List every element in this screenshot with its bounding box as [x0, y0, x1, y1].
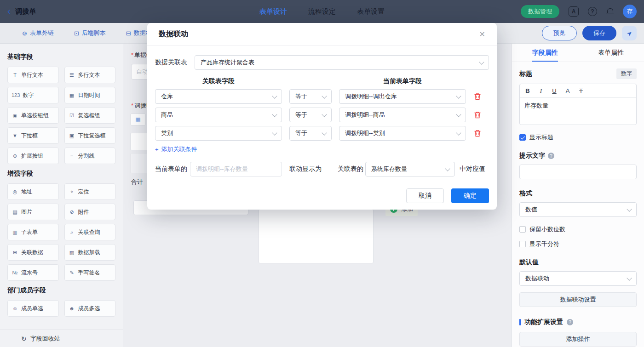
help-icon[interactable]: ?	[588, 7, 597, 16]
thousand-sep-label: 显示千分符	[529, 240, 559, 248]
delete-condition-icon[interactable]	[473, 111, 482, 119]
close-icon[interactable]: ✕	[479, 30, 485, 39]
page-title: 调拨单	[15, 7, 36, 16]
language-icon[interactable]: A	[569, 6, 579, 17]
format-label: 格式	[519, 189, 637, 198]
hint-help-icon[interactable]: ?	[548, 153, 554, 159]
field-chip-location[interactable]: ⌖定位	[64, 183, 116, 200]
current-form-field-input[interactable]: 调拨明细--库存数量	[190, 162, 282, 176]
number-icon: 123	[12, 92, 20, 98]
field-chip-member-multi[interactable]: ☻成员多选	[64, 300, 116, 317]
italic-icon[interactable]: I	[538, 87, 544, 95]
extension-help-icon[interactable]: ?	[567, 319, 573, 325]
divider-icon: ≡	[69, 153, 75, 159]
operator-select[interactable]: 等于	[289, 89, 332, 104]
strikethrough-icon[interactable]: T	[578, 87, 584, 94]
font-color-icon[interactable]: A	[564, 87, 571, 94]
tab-form-design[interactable]: 表单设计	[259, 7, 287, 16]
field-chip-signature[interactable]: ✎手写签名	[64, 264, 116, 281]
field-chip-dropdown[interactable]: ▼下拉框	[7, 127, 59, 144]
thousand-sep-checkbox[interactable]	[519, 241, 526, 247]
field-chip-multi-line-text[interactable]: ☰多行文本	[64, 67, 116, 83]
default-value-select[interactable]: 数据联动	[519, 271, 637, 286]
relation-field-select[interactable]: 商品	[155, 108, 282, 122]
field-chip-extend-button[interactable]: ⊕扩展按钮	[7, 148, 59, 164]
back-icon[interactable]: ‹	[7, 6, 11, 17]
permission-icon: ⊟	[126, 30, 131, 37]
bold-icon[interactable]: B	[524, 87, 531, 94]
datetime-icon: ▦	[69, 92, 75, 98]
notification-bell-icon[interactable]	[606, 8, 614, 15]
signature-icon: ✎	[69, 270, 75, 276]
show-title-checkbox[interactable]	[519, 134, 526, 141]
keep-decimal-row[interactable]: 保留小数位数	[519, 225, 637, 233]
format-select[interactable]: 数值	[519, 202, 637, 217]
field-chip-dropdown-check[interactable]: ▣下拉复选框	[64, 127, 116, 144]
field-chip-serial-number[interactable]: №流水号	[7, 264, 59, 281]
required-mark: *	[131, 102, 133, 109]
operator-select[interactable]: 等于	[289, 108, 332, 122]
field-chip-member-single[interactable]: ☺成员单选	[7, 300, 59, 317]
image-icon: ▤	[12, 209, 18, 215]
recycle-label: 字段回收站	[30, 335, 60, 343]
relation-field-select[interactable]: 类别	[155, 126, 282, 141]
field-chip-datetime[interactable]: ▦日期时间	[64, 87, 116, 103]
keep-decimal-checkbox[interactable]	[519, 226, 526, 233]
script-icon: ⊡	[74, 30, 79, 37]
detail-toolbar-icon[interactable]: ▦	[130, 114, 146, 125]
field-chip-number[interactable]: 123数字	[7, 87, 59, 103]
hint-text-input[interactable]	[519, 165, 637, 179]
delete-condition-icon[interactable]	[473, 92, 482, 101]
subtable-empty-box	[259, 209, 374, 263]
share-button[interactable]: ➤	[622, 26, 637, 40]
field-chip-radio-group[interactable]: ◉单选按钮组	[7, 107, 59, 124]
multi-line-text-icon: ☰	[69, 72, 75, 78]
external-link-icon: ⊚	[22, 30, 27, 37]
backend-script-link[interactable]: ⊡ 后端脚本	[74, 29, 106, 37]
thousand-sep-row[interactable]: 显示千分符	[519, 240, 637, 248]
field-chip-subform[interactable]: ▥子表单	[7, 224, 59, 240]
field-chip-relation-query[interactable]: ⌕关联查询	[64, 224, 116, 240]
save-button[interactable]: 保存	[582, 26, 616, 40]
field-chip-single-line-text[interactable]: T单行文本	[7, 67, 59, 83]
dropdown-icon: ▼	[12, 133, 18, 138]
form-field-select[interactable]: 调拨明细--商品	[339, 108, 466, 122]
relation-field-select[interactable]: 仓库	[155, 89, 282, 104]
dropdown-check-icon: ▣	[69, 133, 75, 139]
condition-row: 商品 等于 调拨明细--商品	[155, 108, 489, 122]
confirm-button[interactable]: 确定	[451, 188, 489, 203]
delete-condition-icon[interactable]	[473, 129, 482, 137]
modal-footer: 取消 确定	[155, 188, 489, 203]
add-condition-link[interactable]: + 添加关联条件	[155, 145, 197, 154]
underline-icon[interactable]: U	[551, 87, 558, 94]
data-linkage-settings-button[interactable]: 数据联动设置	[519, 292, 637, 307]
form-field-select[interactable]: 调拨明细--调出仓库	[339, 89, 466, 104]
cancel-button[interactable]: 取消	[406, 188, 444, 203]
field-chip-relation-data[interactable]: ⊞关联数据	[7, 244, 59, 261]
field-chip-divider[interactable]: ≡分割线	[64, 148, 116, 164]
tab-form-settings[interactable]: 表单设置	[357, 7, 385, 16]
form-external-link[interactable]: ⊚ 表单外链	[22, 29, 54, 37]
preview-button[interactable]: 预览	[542, 26, 577, 40]
relation-table-select[interactable]: 产品库存统计聚合表	[195, 55, 489, 70]
avatar[interactable]: 存	[623, 5, 637, 18]
field-chip-checkbox-group[interactable]: ☑复选框组	[64, 107, 116, 124]
field-chip-data-load[interactable]: ▨数据加载	[64, 244, 116, 261]
field-recycle-bin[interactable]: ↻ 字段回收站	[0, 330, 123, 347]
field-chip-attachment[interactable]: ⊘附件	[64, 204, 116, 220]
tab-field-properties[interactable]: 字段属性	[512, 44, 578, 62]
operator-select[interactable]: 等于	[289, 126, 332, 141]
recycle-icon: ↻	[21, 335, 27, 342]
section-accent-bar	[519, 319, 521, 325]
tab-form-properties[interactable]: 表单属性	[578, 44, 644, 62]
single-line-text-icon: T	[12, 72, 18, 78]
field-chip-image[interactable]: ▤图片	[7, 204, 59, 220]
field-chip-address[interactable]: ◎地址	[7, 183, 59, 200]
relation-display-field-select[interactable]: 系统库存数量	[365, 162, 455, 176]
tab-process-setting[interactable]: 流程设定	[308, 7, 336, 16]
form-field-select[interactable]: 调拨明细--类别	[339, 126, 466, 141]
title-value-input[interactable]: 库存数量	[520, 98, 636, 125]
show-title-checkbox-row[interactable]: 显示标题	[519, 133, 637, 142]
add-action-button[interactable]: 添加操作	[519, 332, 637, 347]
data-manage-button[interactable]: 数据管理	[521, 5, 559, 18]
